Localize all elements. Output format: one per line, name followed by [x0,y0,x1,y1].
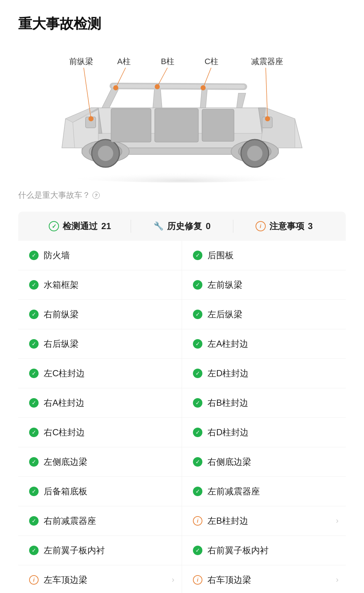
item-text: 右前纵梁 [44,309,171,320]
item-text: 左D柱封边 [207,368,335,379]
svg-text:C柱: C柱 [205,57,218,66]
list-item: ✓ 右D柱封边 [182,418,346,447]
item-text: 右B柱封边 [207,397,335,409]
check-pass-icon: ✓ [193,339,202,349]
list-item: ✓ 右侧底边梁 [182,447,346,477]
check-pass-icon: ✓ [29,398,39,408]
chevron-right-icon: › [172,575,174,585]
item-text: 左侧底边梁 [44,456,171,468]
list-item: ✓ 右A柱封边 [18,388,182,418]
svg-text:A柱: A柱 [117,57,131,66]
svg-point-8 [98,145,114,161]
list-item: ✓ 右前减震器座 [18,506,182,536]
repair-icon: 🔧 [153,221,163,231]
list-item: ✓ 后备箱底板 [18,477,182,506]
list-item: ✓ 左后纵梁 [182,300,346,329]
svg-point-19 [113,85,118,90]
svg-point-17 [88,116,94,121]
notice-item-icon: i [193,516,202,526]
list-item[interactable]: i 左车顶边梁 › [18,565,182,593]
check-pass-icon: ✓ [193,457,202,467]
list-item: ✓ 左A柱封边 [182,329,346,359]
svg-rect-14 [155,109,198,142]
summary-bar: ✓ 检测通过 21 🔧 历史修复 0 i 注意事项 3 [18,212,346,241]
svg-text:减震器座: 减震器座 [251,57,283,66]
svg-point-23 [201,85,206,90]
item-text: 后备箱底板 [44,486,171,497]
car-diagram: 前纵梁 A柱 B柱 C柱 减震器座 [18,44,346,182]
check-pass-icon: ✓ [193,369,202,378]
check-pass-icon: ✓ [29,339,39,349]
what-is-label: 什么是重大事故车？ [18,190,90,201]
check-pass-icon: ✓ [193,546,202,555]
item-text: 右后纵梁 [44,338,171,350]
list-item: ✓ 右后纵梁 [18,329,182,359]
list-item: ✓ 左前减震器座 [182,477,346,506]
check-pass-icon: ✓ [29,428,39,437]
list-item: ✓ 左侧底边梁 [18,447,182,477]
list-item: ✓ 右C柱封边 [18,418,182,447]
notice-item-icon: i [193,575,202,585]
item-text: 左车顶边梁 [44,574,171,586]
svg-text:前纵梁: 前纵梁 [69,57,93,66]
item-text: 后围板 [207,250,335,261]
svg-point-0 [44,164,320,182]
repair-count: 0 [206,221,210,231]
check-pass-icon: ✓ [193,251,202,260]
page-title: 重大事故检测 [18,15,346,33]
svg-point-21 [155,84,160,89]
list-item[interactable]: i 左B柱封边 › [182,506,346,536]
svg-point-25 [265,116,270,121]
item-text: 水箱框架 [44,279,171,291]
check-pass-icon: ✓ [29,251,39,260]
notice-label: 注意事项 [269,220,304,232]
item-text: 防火墙 [44,250,171,261]
item-text: 右A柱封边 [44,397,171,409]
check-pass-icon: ✓ [193,310,202,319]
list-item: ✓ 右前翼子板内衬 [182,536,346,565]
list-item: ✓ 后围板 [182,241,346,270]
check-pass-icon: ✓ [193,428,202,437]
item-text: 右D柱封边 [207,427,335,438]
list-item: ✓ 左前纵梁 [182,270,346,300]
check-pass-icon: ✓ [193,487,202,496]
check-pass-icon: ✓ [29,546,39,555]
inspection-card: ✓ 检测通过 21 🔧 历史修复 0 i 注意事项 3 ✓ 防火墙 ✓ [18,212,346,593]
check-pass-icon: ✓ [29,280,39,290]
list-item: ✓ 防火墙 [18,241,182,270]
items-grid: ✓ 防火墙 ✓ 后围板 ✓ 水箱框架 ✓ 左前纵梁 ✓ 右前纵梁 ✓ 左后纵梁 … [18,241,346,593]
svg-point-10 [247,145,263,161]
item-text: 左后纵梁 [207,309,335,320]
svg-rect-13 [111,109,151,142]
svg-rect-15 [202,109,234,141]
summary-repair: 🔧 历史修复 0 [131,220,233,232]
check-pass-icon: ✓ [193,398,202,408]
list-item: ✓ 左前翼子板内衬 [18,536,182,565]
check-pass-icon: ✓ [29,487,39,496]
item-text: 右C柱封边 [44,427,171,438]
item-text: 右前减震器座 [44,515,171,527]
list-item: ✓ 右前纵梁 [18,300,182,329]
check-pass-icon: ✓ [193,280,202,290]
repair-label: 历史修复 [167,220,202,232]
check-pass-icon: ✓ [29,516,39,526]
item-text: 左B柱封边 [207,515,335,527]
item-text: 右侧底边梁 [207,456,335,468]
item-text: 左前纵梁 [207,279,335,291]
item-text: 左A柱封边 [207,338,335,350]
item-text: 左前减震器座 [207,486,335,497]
list-item: ✓ 右B柱封边 [182,388,346,418]
summary-notice: i 注意事项 3 [233,220,335,232]
svg-text:B柱: B柱 [161,57,174,66]
list-item: ✓ 左C柱封边 [18,359,182,388]
info-icon: ? [92,192,100,199]
pass-count: 21 [101,221,111,231]
list-item: ✓ 水箱框架 [18,270,182,300]
notice-count: 3 [308,221,313,231]
pass-check-icon: ✓ [49,221,59,231]
notice-item-icon: i [29,575,39,585]
list-item[interactable]: i 右车顶边梁 › [182,565,346,593]
item-text: 左前翼子板内衬 [44,545,171,556]
summary-pass: ✓ 检测通过 21 [29,220,131,232]
what-is-major-accident[interactable]: 什么是重大事故车？ ? [18,190,346,201]
